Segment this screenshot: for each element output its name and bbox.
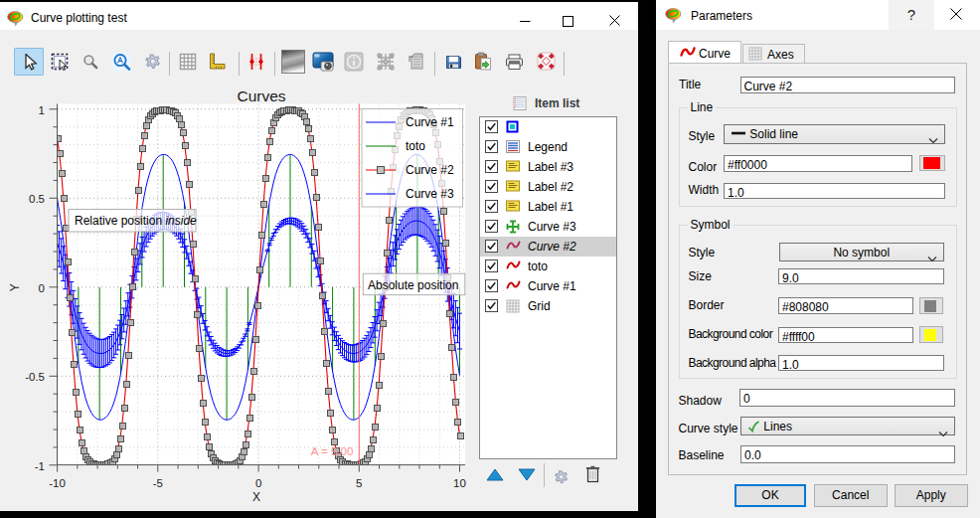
svg-text:Absolute position: Absolute position xyxy=(368,278,458,292)
svg-text:-0.5: -0.5 xyxy=(25,371,45,383)
svg-text:toto: toto xyxy=(406,139,425,153)
svg-text:1: 1 xyxy=(39,104,45,116)
svg-text:0: 0 xyxy=(255,477,261,489)
svg-text:10: 10 xyxy=(453,477,466,489)
svg-text:Curve #1: Curve #1 xyxy=(406,115,454,129)
svg-text:-5: -5 xyxy=(153,477,163,489)
svg-text:5: 5 xyxy=(356,477,362,489)
svg-text:-10: -10 xyxy=(49,477,66,489)
svg-text:-1: -1 xyxy=(35,460,45,472)
svg-text:Y: Y xyxy=(8,283,22,291)
svg-text:A = 5.00: A = 5.00 xyxy=(311,445,354,457)
svg-text:X: X xyxy=(252,490,260,504)
svg-text:Relative position inside: Relative position inside xyxy=(75,214,197,228)
svg-text:0: 0 xyxy=(39,282,45,294)
svg-text:0.5: 0.5 xyxy=(29,193,45,205)
svg-text:Curve #3: Curve #3 xyxy=(406,187,454,201)
svg-text:Curves: Curves xyxy=(237,87,285,104)
svg-text:Curve #2: Curve #2 xyxy=(406,163,454,177)
